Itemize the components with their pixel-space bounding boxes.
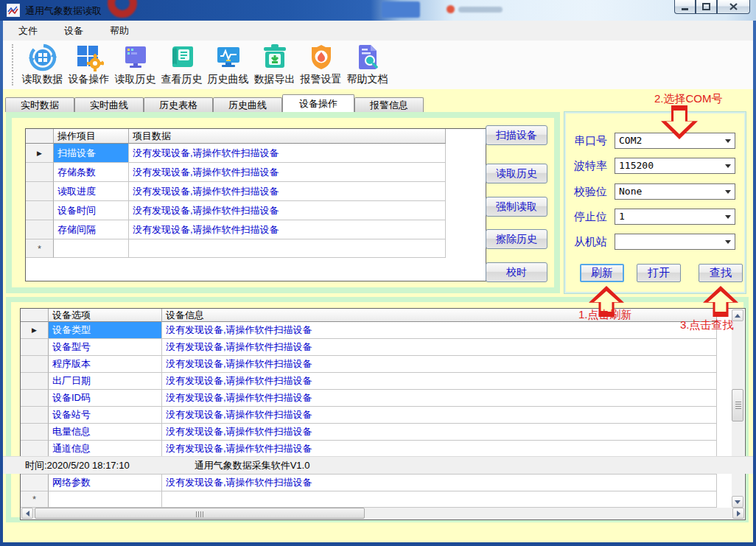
table-cell[interactable]: 设备站号 <box>49 407 162 424</box>
row-header-cell[interactable] <box>26 163 54 182</box>
row-header-cell[interactable] <box>21 390 49 407</box>
vertical-scrollbar[interactable] <box>732 309 744 508</box>
vertical-scroll-thumb[interactable] <box>732 389 743 421</box>
minimize-button[interactable] <box>674 0 696 14</box>
table-row[interactable]: 存储条数没有发现设备,请操作软件扫描设备 <box>26 163 486 182</box>
row-header-cell[interactable] <box>21 475 49 491</box>
operation-data-grid[interactable]: 操作项目项目数据▶扫描设备没有发现设备,请操作软件扫描设备存储条数没有发现设备,… <box>25 128 486 281</box>
toolbar-button-数据导出[interactable]: 数据导出 <box>251 43 298 86</box>
table-cell[interactable]: 程序版本 <box>49 356 162 373</box>
table-cell[interactable]: 存储条数 <box>54 163 129 182</box>
settings-button-刷新[interactable]: 刷新 <box>580 264 624 282</box>
row-header-cell[interactable]: ▶ <box>21 322 49 339</box>
tab-报警信息[interactable]: 报警信息 <box>354 97 424 112</box>
table-cell[interactable]: 没有发现设备,请操作软件扫描设备 <box>162 356 717 373</box>
tab-历史曲线[interactable]: 历史曲线 <box>213 97 282 112</box>
column-header-设备信息[interactable]: 设备信息 <box>162 309 717 322</box>
menu-item-设备[interactable]: 设备 <box>59 22 88 40</box>
table-cell[interactable]: 读取进度 <box>54 182 129 201</box>
row-header-cell[interactable]: * <box>26 239 54 258</box>
row-header-cell[interactable]: ▶ <box>26 144 54 163</box>
table-new-row[interactable]: * <box>21 491 745 508</box>
action-button-强制读取[interactable]: 强制读取 <box>486 197 547 217</box>
table-cell[interactable]: 出厂日期 <box>49 373 162 390</box>
table-row[interactable]: 读取进度没有发现设备,请操作软件扫描设备 <box>26 182 486 201</box>
row-header-cell[interactable] <box>26 220 54 239</box>
toolbar-button-读取数据[interactable]: 读取数据 <box>19 43 66 86</box>
row-header-cell[interactable] <box>26 201 54 220</box>
table-cell[interactable]: 存储间隔 <box>54 220 129 239</box>
table-cell[interactable]: 没有发现设备,请操作软件扫描设备 <box>129 220 446 239</box>
horizontal-scroll-thumb[interactable] <box>35 508 365 519</box>
row-header-cell[interactable] <box>26 182 54 201</box>
action-button-校时[interactable]: 校时 <box>486 262 547 282</box>
combo-停止位[interactable]: 1 <box>615 209 735 225</box>
table-cell[interactable]: 通道信息 <box>49 441 162 458</box>
table-cell[interactable]: 没有发现设备,请操作软件扫描设备 <box>129 201 446 220</box>
combo-波特率[interactable]: 115200 <box>615 158 735 174</box>
scroll-down-button[interactable] <box>732 496 743 508</box>
table-cell[interactable]: 设备时间 <box>54 201 129 220</box>
row-header-cell[interactable] <box>21 339 49 356</box>
grid-corner-cell[interactable] <box>21 309 49 322</box>
table-row[interactable]: 网络参数没有发现设备,请操作软件扫描设备 <box>21 475 745 491</box>
table-row[interactable]: 通道信息没有发现设备,请操作软件扫描设备 <box>21 441 745 458</box>
table-row[interactable]: ▶设备类型没有发现设备,请操作软件扫描设备 <box>21 322 745 339</box>
action-button-擦除历史[interactable]: 擦除历史 <box>486 229 547 249</box>
table-cell[interactable]: 网络参数 <box>49 475 162 491</box>
toolbar-grip-icon[interactable] <box>12 44 15 85</box>
toolbar-button-查看历史[interactable]: 查看历史 <box>158 43 205 86</box>
horizontal-scrollbar[interactable] <box>21 508 744 519</box>
table-cell[interactable]: 没有发现设备,请操作软件扫描设备 <box>129 182 446 201</box>
combo-校验位[interactable]: None <box>615 183 735 200</box>
table-cell[interactable]: 没有发现设备,请操作软件扫描设备 <box>129 144 446 163</box>
column-header-操作项目[interactable]: 操作项目 <box>54 129 129 144</box>
table-row[interactable]: 存储间隔没有发现设备,请操作软件扫描设备 <box>26 220 486 239</box>
table-cell[interactable]: 没有发现设备,请操作软件扫描设备 <box>162 322 717 339</box>
table-cell[interactable]: 没有发现设备,请操作软件扫描设备 <box>162 390 717 407</box>
row-header-cell[interactable] <box>21 373 49 390</box>
tab-实时数据[interactable]: 实时数据 <box>5 97 74 112</box>
table-row[interactable]: 出厂日期没有发现设备,请操作软件扫描设备 <box>21 373 745 390</box>
toolbar-button-读取历史[interactable]: 读取历史 <box>112 43 158 86</box>
table-row[interactable]: 设备型号没有发现设备,请操作软件扫描设备 <box>21 339 745 356</box>
row-header-cell[interactable] <box>21 356 49 373</box>
row-header-cell[interactable] <box>21 407 49 424</box>
tab-实时曲线[interactable]: 实时曲线 <box>74 97 144 112</box>
table-new-row[interactable]: * <box>26 239 486 258</box>
row-header-cell[interactable]: * <box>21 491 49 508</box>
table-cell[interactable] <box>49 491 162 508</box>
table-cell[interactable]: 电量信息 <box>49 424 162 441</box>
combo-从机站[interactable] <box>615 234 735 250</box>
tab-历史表格[interactable]: 历史表格 <box>144 97 213 112</box>
table-cell[interactable] <box>54 239 129 258</box>
tab-设备操作[interactable]: 设备操作 <box>282 94 354 112</box>
table-cell[interactable]: 没有发现设备,请操作软件扫描设备 <box>129 163 446 182</box>
row-header-cell[interactable] <box>21 424 49 441</box>
table-row[interactable]: 设备时间没有发现设备,请操作软件扫描设备 <box>26 201 486 220</box>
action-button-读取历史[interactable]: 读取历史 <box>486 164 547 183</box>
menu-item-文件[interactable]: 文件 <box>13 22 43 40</box>
toolbar-button-历史曲线[interactable]: 历史曲线 <box>205 43 251 86</box>
table-cell[interactable]: 没有发现设备,请操作软件扫描设备 <box>162 407 717 424</box>
table-row[interactable]: ▶扫描设备没有发现设备,请操作软件扫描设备 <box>26 144 486 163</box>
device-info-grid[interactable]: 设备选项设备信息▶设备类型没有发现设备,请操作软件扫描设备设备型号没有发现设备,… <box>20 308 746 520</box>
table-cell[interactable] <box>129 239 446 258</box>
maximize-button[interactable] <box>696 0 717 14</box>
action-button-扫描设备[interactable]: 扫描设备 <box>486 125 547 145</box>
toolbar-button-报警设置[interactable]: 报警设置 <box>298 43 344 86</box>
table-cell[interactable]: 设备类型 <box>49 322 162 339</box>
table-cell[interactable] <box>162 491 717 508</box>
table-row[interactable]: 设备ID码没有发现设备,请操作软件扫描设备 <box>21 390 745 407</box>
column-header-项目数据[interactable]: 项目数据 <box>129 129 446 144</box>
table-row[interactable]: 设备站号没有发现设备,请操作软件扫描设备 <box>21 407 745 424</box>
table-cell[interactable]: 没有发现设备,请操作软件扫描设备 <box>162 475 717 491</box>
row-header-cell[interactable] <box>21 441 49 458</box>
table-cell[interactable]: 设备ID码 <box>49 390 162 407</box>
scroll-left-button[interactable] <box>21 508 33 519</box>
table-cell[interactable]: 扫描设备 <box>54 144 129 163</box>
column-header-设备选项[interactable]: 设备选项 <box>49 309 162 322</box>
table-cell[interactable]: 设备型号 <box>49 339 162 356</box>
toolbar-button-设备操作[interactable]: 设备操作 <box>66 43 112 86</box>
close-button[interactable] <box>717 0 750 14</box>
